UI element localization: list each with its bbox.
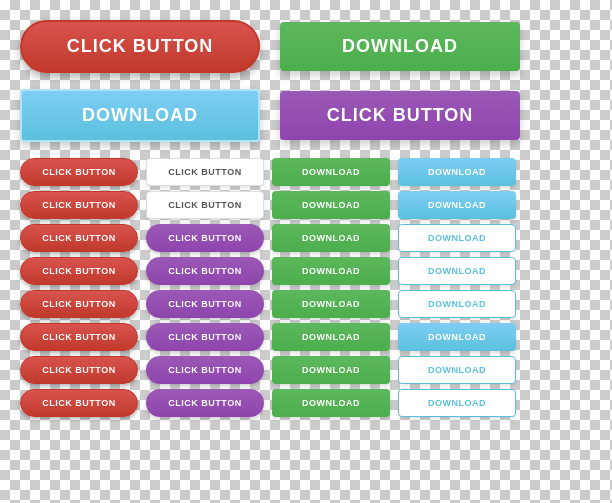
small-buttons-grid: CLICK BUTTON CLICK BUTTON CLICK BUTTON C… (20, 158, 592, 417)
small-purple-btn-4[interactable]: CLICK BUTTON (146, 323, 264, 351)
small-red-btn-7[interactable]: CLICK BUTTON (20, 356, 138, 384)
small-col-green: DOWNLOAD DOWNLOAD DOWNLOAD DOWNLOAD DOWN… (272, 158, 390, 417)
small-red-btn-6[interactable]: CLICK BUTTON (20, 323, 138, 351)
small-green-btn-4[interactable]: DOWNLOAD (272, 257, 390, 285)
small-blue-btn-1[interactable]: DOWNLOAD (398, 158, 516, 186)
small-red-btn-5[interactable]: CLICK BUTTON (20, 290, 138, 318)
small-green-btn-1[interactable]: DOWNLOAD (272, 158, 390, 186)
large-click-button-purple[interactable]: CLICK BUTTON (280, 91, 520, 140)
small-purple-btn-6[interactable]: CLICK BUTTON (146, 389, 264, 417)
large-button-row-2: DOWNLOAD CLICK BUTTON (20, 89, 592, 142)
small-blue-btn-7[interactable]: DOWNLOAD (398, 356, 516, 384)
small-green-btn-5[interactable]: DOWNLOAD (272, 290, 390, 318)
small-gray-btn-2[interactable]: CLICK BUTTON (146, 191, 264, 219)
small-blue-btn-5[interactable]: DOWNLOAD (398, 290, 516, 318)
small-red-btn-2[interactable]: CLICK BUTTON (20, 191, 138, 219)
small-green-btn-7[interactable]: DOWNLOAD (272, 356, 390, 384)
small-purple-btn-1[interactable]: CLICK BUTTON (146, 224, 264, 252)
small-purple-btn-3[interactable]: CLICK BUTTON (146, 290, 264, 318)
small-red-btn-8[interactable]: CLICK BUTTON (20, 389, 138, 417)
small-blue-btn-4[interactable]: DOWNLOAD (398, 257, 516, 285)
small-purple-btn-5[interactable]: CLICK BUTTON (146, 356, 264, 384)
large-button-row-1: CLICK BUTTON DOWNLOAD (20, 20, 592, 73)
small-green-btn-8[interactable]: DOWNLOAD (272, 389, 390, 417)
small-gray-btn-1[interactable]: CLICK BUTTON (146, 158, 264, 186)
small-blue-btn-3[interactable]: DOWNLOAD (398, 224, 516, 252)
large-click-button-red[interactable]: CLICK BUTTON (20, 20, 260, 73)
small-red-btn-1[interactable]: CLICK BUTTON (20, 158, 138, 186)
small-col-red: CLICK BUTTON CLICK BUTTON CLICK BUTTON C… (20, 158, 138, 417)
small-green-btn-2[interactable]: DOWNLOAD (272, 191, 390, 219)
small-col-gray: CLICK BUTTON CLICK BUTTON CLICK BUTTON C… (146, 158, 264, 417)
large-download-button-blue[interactable]: DOWNLOAD (20, 89, 260, 142)
small-green-btn-3[interactable]: DOWNLOAD (272, 224, 390, 252)
small-purple-btn-2[interactable]: CLICK BUTTON (146, 257, 264, 285)
large-download-button-green[interactable]: DOWNLOAD (280, 22, 520, 71)
small-green-btn-6[interactable]: DOWNLOAD (272, 323, 390, 351)
small-blue-btn-8[interactable]: DOWNLOAD (398, 389, 516, 417)
small-red-btn-4[interactable]: CLICK BUTTON (20, 257, 138, 285)
small-blue-btn-2[interactable]: DOWNLOAD (398, 191, 516, 219)
small-col-blue: DOWNLOAD DOWNLOAD DOWNLOAD DOWNLOAD DOWN… (398, 158, 516, 417)
main-container: CLICK BUTTON DOWNLOAD DOWNLOAD CLICK BUT… (0, 0, 612, 503)
small-red-btn-3[interactable]: CLICK BUTTON (20, 224, 138, 252)
small-blue-btn-6[interactable]: DOWNLOAD (398, 323, 516, 351)
